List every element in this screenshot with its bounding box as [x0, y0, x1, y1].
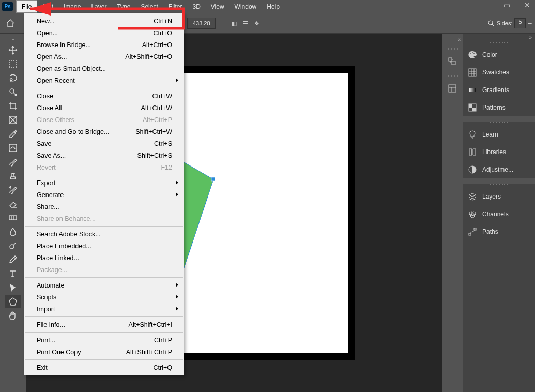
menuitem-share[interactable]: Share... — [24, 201, 184, 213]
gradient-tool[interactable] — [5, 211, 21, 224]
menuitem-scripts[interactable]: Scripts — [24, 291, 184, 303]
svg-marker-12 — [9, 298, 17, 305]
maximize-button[interactable]: ▭ — [502, 1, 511, 9]
path-ops-button[interactable]: ◧ — [228, 18, 240, 29]
path-align-button[interactable]: ☰ — [240, 18, 251, 29]
panel-label: Layers — [482, 193, 501, 200]
menu-file[interactable]: File — [16, 0, 37, 13]
menuitem-shortcut: Alt+Ctrl+O — [142, 41, 172, 49]
clone-stamp-tool[interactable] — [5, 169, 21, 183]
menuitem-automate[interactable]: Automate — [24, 279, 184, 291]
eraser-tool[interactable] — [5, 197, 21, 210]
svg-rect-15 — [211, 177, 215, 181]
menuitem-label: Import — [37, 306, 55, 313]
hand-tool[interactable] — [5, 309, 21, 322]
menu-layer[interactable]: Layer — [86, 0, 112, 13]
panel-learn[interactable]: Learn — [463, 126, 535, 143]
panel-layers[interactable]: Layers — [463, 188, 535, 205]
menuitem-close[interactable]: CloseCtrl+W — [24, 90, 184, 102]
menuitem-exit[interactable]: ExitCtrl+Q — [24, 361, 184, 373]
sides-field[interactable]: 5 — [514, 18, 526, 28]
menuitem-placelinked[interactable]: Place Linked... — [24, 252, 184, 264]
menu-select[interactable]: Select — [135, 0, 163, 13]
menuitem-save[interactable]: SaveCtrl+S — [24, 138, 184, 149]
menu-image[interactable]: Image — [58, 0, 86, 13]
panel-swatches[interactable]: Swatches — [463, 64, 535, 81]
menuitem-closeandgotobridge[interactable]: Close and Go to Bridge...Shift+Ctrl+W — [24, 126, 184, 138]
menuitem-label: Close All — [37, 104, 62, 112]
menuitem-openrecent[interactable]: Open Recent — [24, 74, 184, 86]
quick-select-tool[interactable] — [5, 85, 21, 99]
menuitem-shortcut: Alt+Shift+Ctrl+I — [129, 321, 172, 328]
dodge-tool[interactable] — [5, 239, 21, 252]
menu-help[interactable]: Help — [262, 0, 285, 13]
panel-patterns[interactable]: Patterns — [463, 99, 535, 116]
menuitem-label: Open Recent — [37, 77, 75, 84]
pen-tool[interactable] — [5, 253, 21, 266]
menuitem-shortcut: Ctrl+O — [154, 29, 172, 37]
menuitem-openassmartobject[interactable]: Open as Smart Object... — [24, 63, 184, 74]
menuitem-open[interactable]: Open...Ctrl+O — [24, 27, 184, 39]
panels-collapse-chevron[interactable]: » — [463, 34, 535, 42]
menuitem-label: File Info... — [37, 321, 65, 328]
menuitem-browseinbridge[interactable]: Browse in Bridge...Alt+Ctrl+O — [24, 39, 184, 51]
close-button[interactable]: ✕ — [523, 1, 532, 9]
menuitem-generate[interactable]: Generate — [24, 189, 184, 201]
move-tool[interactable] — [5, 43, 21, 57]
menuitem-export[interactable]: Export — [24, 177, 184, 189]
gradient-icon — [468, 85, 477, 95]
type-tool[interactable] — [5, 267, 21, 280]
blur-tool[interactable] — [5, 225, 21, 238]
palette-icon — [468, 50, 477, 59]
rect-marquee-tool[interactable] — [5, 57, 21, 71]
menu-view[interactable]: View — [206, 0, 230, 13]
panel-channels[interactable]: Channels — [463, 205, 535, 223]
tools-collapse-chevron[interactable]: » — [1, 37, 25, 42]
menu-type[interactable]: Type — [112, 0, 135, 13]
menuitem-new[interactable]: New...Ctrl+N — [24, 15, 184, 27]
menuitem-print[interactable]: Print...Ctrl+P — [24, 334, 184, 346]
menuitem-openas[interactable]: Open As...Alt+Shift+Ctrl+O — [24, 51, 184, 63]
app-logo: Ps — [2, 2, 13, 11]
menu-filter[interactable]: Filter — [163, 0, 188, 13]
frame-tool[interactable] — [5, 113, 21, 127]
panel-label: Adjustme... — [482, 166, 513, 173]
crop-tool[interactable] — [5, 99, 21, 113]
strip-collapse-chevron[interactable]: « — [442, 37, 463, 44]
menuitem-placeembedded[interactable]: Place Embedded... — [24, 240, 184, 252]
properties-icon[interactable] — [445, 81, 460, 96]
menuitem-printonecopy[interactable]: Print One CopyAlt+Shift+Ctrl+P — [24, 346, 184, 358]
collapsed-panel-strip: « — [442, 34, 463, 392]
menuitem-import[interactable]: Import — [24, 303, 184, 315]
height-field[interactable]: 433.28 — [187, 18, 216, 29]
history-icon[interactable] — [445, 54, 460, 69]
panel-libraries[interactable]: Libraries — [463, 143, 535, 161]
panel-color[interactable]: Color — [463, 46, 535, 64]
minimize-button[interactable]: — — [481, 1, 491, 9]
menu-window[interactable]: Window — [230, 0, 262, 13]
brush-tool[interactable] — [5, 155, 21, 169]
panel-gradients[interactable]: Gradients — [463, 81, 535, 99]
panel-label: Paths — [482, 228, 498, 235]
panel-paths[interactable]: Paths — [463, 223, 535, 240]
eyedropper-tool[interactable] — [5, 127, 21, 141]
polygon-tool[interactable] — [5, 295, 21, 308]
menuitem-saveas[interactable]: Save As...Shift+Ctrl+S — [24, 149, 184, 161]
menuitem-fileinfo[interactable]: File Info...Alt+Shift+Ctrl+I — [24, 319, 184, 330]
healing-brush-tool[interactable] — [5, 141, 21, 155]
lasso-tool[interactable] — [5, 71, 21, 85]
file-menu-dropdown: New...Ctrl+NOpen...Ctrl+OBrowse in Bridg… — [24, 13, 184, 375]
menuitem-label: Open as Smart Object... — [37, 65, 106, 72]
path-arrange-button[interactable]: ❖ — [251, 18, 263, 29]
home-button[interactable] — [4, 17, 17, 29]
paths-icon — [468, 227, 477, 236]
path-select-tool[interactable] — [5, 281, 21, 294]
panel-adjustme[interactable]: Adjustme... — [463, 161, 535, 178]
history-brush-tool[interactable] — [5, 183, 21, 197]
menuitem-searchadobestock[interactable]: Search Adobe Stock... — [24, 228, 184, 240]
options-more-icon[interactable]: ••• — [528, 20, 531, 26]
menu-3d[interactable]: 3D — [187, 0, 205, 13]
menu-edit[interactable]: Edit — [37, 0, 58, 13]
menuitem-closeall[interactable]: Close AllAlt+Ctrl+W — [24, 102, 184, 114]
menuitem-shortcut: Shift+Ctrl+W — [135, 128, 172, 135]
